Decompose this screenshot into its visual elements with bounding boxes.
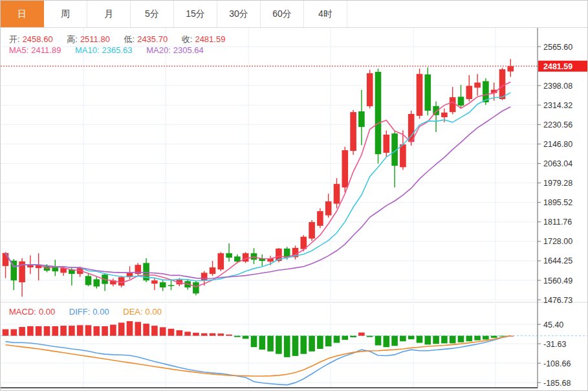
candle <box>474 83 481 88</box>
candle <box>358 111 365 127</box>
tab-period-2[interactable]: 周 <box>44 1 87 27</box>
macd-hist-bar <box>184 331 191 335</box>
macd-hist-bar <box>36 326 42 336</box>
axis-tick-label: 2063.04 <box>543 159 572 168</box>
dea-value: 0.00 <box>146 307 162 317</box>
candle <box>342 150 349 187</box>
ohlc-bar: 开:2458.60 高:2511.80 低:2435.70 收:2481.59 <box>9 34 228 45</box>
tab-period-4[interactable]: 5分 <box>131 1 174 27</box>
macd-hist-bar <box>417 336 423 343</box>
period-tab-bar: 日周月5分15分30分60分4时 <box>1 1 587 28</box>
macd-hist-bar <box>384 336 390 348</box>
axis-tick-label: 2230.56 <box>543 120 572 129</box>
candle <box>118 277 125 285</box>
macd-hist-bar <box>292 336 299 356</box>
macd-hist-bar <box>276 336 282 354</box>
ma10-line <box>6 93 511 281</box>
axis-tick-label: 2398.08 <box>543 82 572 91</box>
macd-hist-bar <box>151 326 158 336</box>
axis-tick-label: 1560.49 <box>543 276 572 285</box>
candle <box>52 267 59 271</box>
candle <box>226 253 232 258</box>
candle <box>466 86 473 99</box>
macd-hist-bar <box>367 336 373 337</box>
macd-hist-bar <box>325 336 332 346</box>
macd-hist-bar <box>317 336 323 349</box>
axis-tick-label: 2565.60 <box>543 43 572 52</box>
macd-hist-bar <box>135 322 142 335</box>
candle <box>3 253 9 266</box>
macd-hist-bar <box>110 325 116 336</box>
macd-hist-bar <box>267 336 274 352</box>
axis-tick-label: 45.40 <box>543 320 563 330</box>
axis-tick-label: -185.68 <box>543 379 571 388</box>
axis-tick-label: -31.63 <box>543 340 566 349</box>
open-value: 2458.60 <box>23 34 53 44</box>
candle <box>458 96 464 106</box>
ma10-label: MA10: <box>75 45 100 55</box>
chart-svg: 2565.602398.082314.322230.562146.802063.… <box>1 28 588 391</box>
candle <box>400 144 406 167</box>
candle <box>417 74 423 116</box>
macd-hist-bar <box>259 336 266 350</box>
candle <box>85 276 92 285</box>
macd-hist-bar <box>251 336 257 348</box>
tab-period-7[interactable]: 60分 <box>261 1 304 27</box>
candle <box>441 113 448 117</box>
macd-hist-bar <box>358 333 365 336</box>
macd-hist-bar <box>334 336 340 343</box>
close-value: 2481.59 <box>195 34 225 44</box>
candle <box>325 201 332 216</box>
tab-period-6[interactable]: 30分 <box>217 1 261 27</box>
candle <box>168 285 175 286</box>
macd-value: 0.00 <box>39 307 55 317</box>
candle <box>425 74 431 111</box>
candle <box>450 97 456 112</box>
candle <box>201 273 208 280</box>
candle <box>499 69 506 99</box>
macd-hist-bar <box>234 336 241 337</box>
candle <box>317 211 323 226</box>
axis-tick-label: -108.66 <box>543 359 571 368</box>
macd-hist-bar <box>52 326 59 336</box>
candle <box>375 72 382 154</box>
tab-period-5[interactable]: 15分 <box>174 1 217 27</box>
close-label: 收: <box>182 34 193 44</box>
macd-hist-bar <box>243 336 249 339</box>
macd-bar: MACD:0.00 DIFF:0.00 DEA:0.00 <box>9 307 164 317</box>
axis-tick-label: 1728.00 <box>543 237 572 246</box>
tab-period-3[interactable]: 月 <box>87 1 131 27</box>
candle <box>243 253 249 262</box>
macd-hist-bar <box>27 326 34 336</box>
tab-period-1[interactable]: 日 <box>1 1 44 27</box>
macd-hist-bar <box>210 333 216 336</box>
ma10-value: 2365.63 <box>102 45 133 55</box>
candle <box>251 253 257 260</box>
macd-hist-bar <box>441 336 448 344</box>
macd-hist-bar <box>102 326 108 336</box>
axis-tick-label: 1979.28 <box>543 179 572 188</box>
macd-hist-bar <box>85 325 92 335</box>
open-label: 开: <box>9 34 20 44</box>
macd-hist-bar <box>350 336 356 337</box>
kline-chart-app: 日周月5分15分30分60分4时 开:2458.60 高:2511.80 低:2… <box>0 0 588 391</box>
candle <box>94 279 100 286</box>
axis-tick-label: 1895.52 <box>543 198 572 207</box>
macd-hist-bar <box>177 330 183 336</box>
macd-hist-bar <box>19 327 25 336</box>
macd-hist-bar <box>168 329 175 336</box>
candle <box>151 280 158 284</box>
low-value: 2435.70 <box>137 34 168 44</box>
axis-tick-label: 2146.80 <box>543 140 572 149</box>
macd-hist-bar <box>458 336 464 342</box>
high-label: 高: <box>67 34 78 44</box>
dea-label: DEA: <box>123 307 142 317</box>
macd-hist-bar <box>60 326 67 336</box>
macd-hist-bar <box>425 336 431 345</box>
macd-hist-bar <box>474 336 481 341</box>
tab-period-8[interactable]: 4时 <box>304 1 347 27</box>
candle <box>218 253 224 269</box>
macd-hist-bar <box>143 324 149 336</box>
ma-bar: MA5:2411.89 MA10:2365.63 MA20:2305.64 <box>9 45 206 55</box>
macd-hist-bar <box>309 336 315 352</box>
